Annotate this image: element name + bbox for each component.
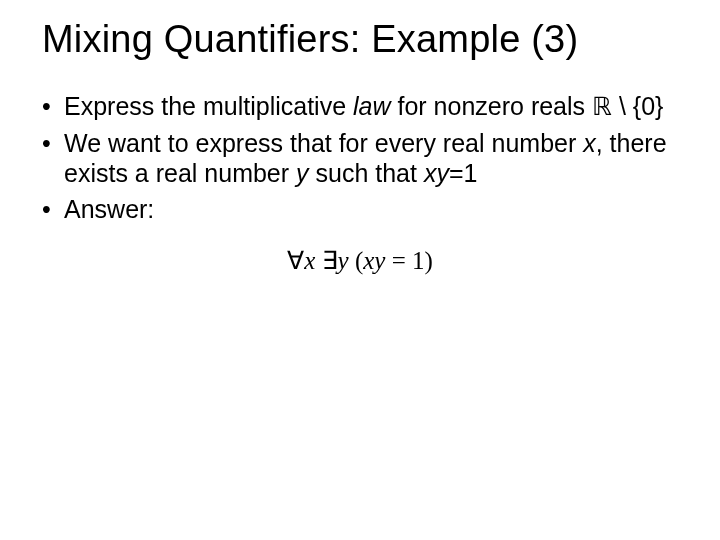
text: Answer: [64, 195, 154, 223]
list-item: We want to express that for every real n… [64, 128, 690, 188]
text: Express the multiplicative [64, 92, 353, 120]
exists-symbol: ∃ [322, 247, 338, 274]
list-item: Answer: [64, 194, 690, 224]
variable-x: x [304, 247, 321, 274]
variable-y: y [338, 247, 355, 274]
text: for nonzero reals [391, 92, 593, 120]
text: =1 [449, 159, 478, 187]
text: We want to express that for every real n… [64, 129, 583, 157]
expression-xy: xy [424, 159, 449, 187]
formula: ∀x ∃y (xy = 1) [30, 246, 690, 275]
text: such that [309, 159, 424, 187]
equals-one: = 1 [392, 247, 425, 274]
real-numbers-symbol: ℝ [592, 93, 612, 120]
slide: Mixing Quantifiers: Example (3) Express … [0, 0, 720, 540]
paren-close: ) [425, 247, 433, 274]
forall-symbol: ∀ [287, 247, 304, 274]
text: \ {0} [612, 92, 663, 120]
paren-open: ( [355, 247, 363, 274]
emphasis-law: law [353, 92, 391, 120]
variable-y: y [296, 159, 309, 187]
variable-x: x [583, 129, 596, 157]
slide-title: Mixing Quantifiers: Example (3) [42, 18, 690, 61]
expression-xy: xy [363, 247, 391, 274]
list-item: Express the multiplicative law for nonze… [64, 91, 690, 122]
bullet-list: Express the multiplicative law for nonze… [30, 91, 690, 224]
